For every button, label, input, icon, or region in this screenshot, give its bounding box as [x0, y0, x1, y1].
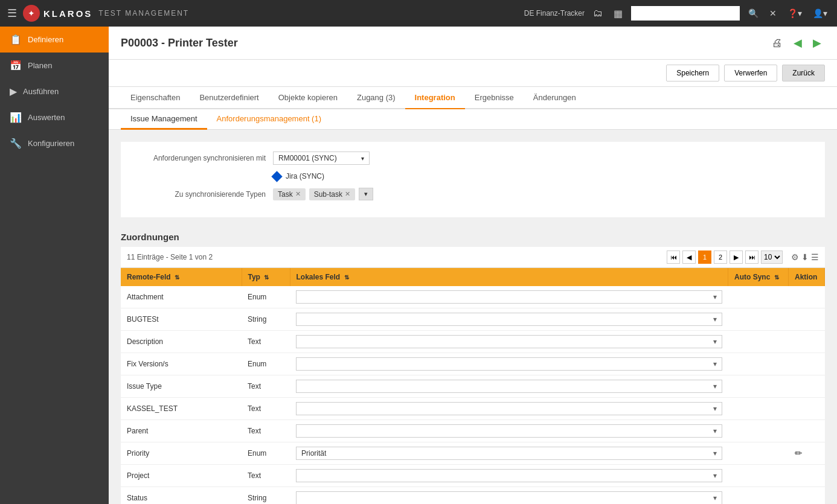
cell-remote: Status: [121, 487, 242, 505]
types-label: Zu synchronisierende Typen: [133, 190, 266, 199]
table-row: Fix Version/s Enum ▾: [121, 353, 825, 375]
tab-aenderungen[interactable]: Änderungen: [524, 87, 586, 109]
priority-dropdown[interactable]: Priorität ▾: [296, 447, 722, 460]
print-button[interactable]: 🖨: [768, 35, 786, 51]
types-dropdown-button[interactable]: ▾: [359, 188, 373, 200]
sub-tab-anforderungsmanagement[interactable]: Anforderungsmanagement (1): [207, 109, 331, 130]
cell-autosync: [728, 420, 789, 442]
sync-label: Anforderungen synchronisieren mit: [133, 154, 266, 162]
table-row: Issue Type Text ▾: [121, 375, 825, 398]
sidebar-item-planen[interactable]: 📅 Planen: [0, 53, 109, 78]
edit-icon[interactable]: ✏: [795, 448, 803, 458]
cell-autosync: [728, 331, 789, 353]
sidebar-item-definieren[interactable]: 📋 Definieren: [0, 27, 109, 53]
sub-tabs: Issue Management Anforderungsmanagement …: [109, 109, 837, 130]
konfigurieren-icon: 🔧: [10, 138, 22, 149]
col-autosync-label: Auto Sync: [734, 273, 770, 281]
page-size-select[interactable]: 10 25 50: [761, 250, 783, 264]
lokal-dropdown[interactable]: ▾: [296, 469, 722, 482]
tab-ergebnisse[interactable]: Ergebnisse: [465, 87, 524, 109]
next-record-button[interactable]: ▶: [809, 35, 825, 51]
page-next-button[interactable]: ▶: [730, 250, 743, 264]
cell-typ: Text: [242, 375, 290, 398]
sync-select[interactable]: RM00001 (SYNC) ▾: [273, 152, 370, 165]
sidebar-item-ausfuehren[interactable]: ▶ Ausführen: [0, 78, 109, 104]
col-typ-label: Typ: [248, 273, 260, 281]
main-content: P00003 - Printer Tester 🖨 ◀ ▶ Speichern …: [109, 27, 837, 504]
lokal-dropdown[interactable]: ▾: [296, 402, 722, 415]
zuordnungen-table: Remote-Feld ⇅ Typ ⇅ Lokales Feld ⇅: [121, 268, 825, 504]
tab-zugang[interactable]: Zugang (3): [347, 87, 405, 109]
cell-lokal: ▾: [290, 465, 728, 487]
cell-remote: KASSEL_TEST: [121, 398, 242, 420]
col-remote-feld[interactable]: Remote-Feld ⇅: [121, 268, 242, 286]
columns-icon[interactable]: ☰: [811, 252, 819, 262]
lokal-dropdown[interactable]: ▾: [296, 290, 722, 304]
cell-autosync: [728, 353, 789, 375]
dropdown-arrow-icon: ▾: [713, 471, 717, 480]
cell-aktion[interactable]: ✏: [789, 442, 825, 465]
menu-hamburger-icon[interactable]: ☰: [7, 7, 17, 20]
sidebar: 📋 Definieren 📅 Planen ▶ Ausführen 📊 Ausw…: [0, 27, 109, 504]
tag-task-remove[interactable]: ✕: [295, 190, 301, 198]
table-row: Attachment Enum ▾: [121, 286, 825, 308]
sort-lokal-icon: ⇅: [344, 274, 349, 281]
page-first-button[interactable]: ⏮: [667, 250, 680, 264]
auswerten-icon: 📊: [10, 112, 22, 123]
save-button-top[interactable]: Speichern: [666, 65, 719, 81]
discard-button-top[interactable]: Verwerfen: [724, 65, 777, 81]
sub-tab-issue-management[interactable]: Issue Management: [121, 109, 207, 130]
lokal-dropdown[interactable]: ▾: [296, 380, 722, 393]
cell-remote: Attachment: [121, 286, 242, 308]
search-input[interactable]: [631, 6, 740, 21]
lokal-dropdown[interactable]: ▾: [296, 424, 722, 438]
cell-lokal: ▾: [290, 308, 728, 331]
col-typ[interactable]: Typ ⇅: [242, 268, 290, 286]
tab-integration[interactable]: Integration: [405, 87, 465, 109]
cell-remote: Priority: [121, 442, 242, 465]
sidebar-item-auswerten[interactable]: 📊 Auswerten: [0, 104, 109, 130]
tag-subtask-remove[interactable]: ✕: [345, 190, 350, 198]
lokal-dropdown[interactable]: ▾: [296, 491, 722, 504]
sort-remote-icon: ⇅: [175, 274, 179, 281]
cell-aktion: [789, 465, 825, 487]
cell-lokal: ▾: [290, 420, 728, 442]
project-icon[interactable]: 🗂: [591, 5, 605, 21]
col-lokales-feld[interactable]: Lokales Feld ⇅: [290, 268, 728, 286]
dropdown-arrow-icon: ▾: [713, 427, 717, 435]
planen-icon: 📅: [10, 60, 22, 71]
layout-icon[interactable]: ▦: [611, 5, 625, 22]
lokal-dropdown[interactable]: ▾: [296, 313, 722, 326]
page-prev-button[interactable]: ◀: [682, 250, 696, 264]
back-button-top[interactable]: Zurück: [782, 65, 825, 81]
cell-lokal: ▾: [290, 353, 728, 375]
prev-record-button[interactable]: ◀: [790, 35, 806, 51]
tab-eigenschaften[interactable]: Eigenschaften: [121, 87, 190, 109]
cell-remote: Fix Version/s: [121, 353, 242, 375]
page-last-button[interactable]: ⏭: [745, 250, 758, 264]
page-2-button[interactable]: 2: [714, 250, 727, 264]
dropdown-arrow-icon: ▾: [713, 382, 717, 391]
filter-icon[interactable]: ⚙: [791, 252, 799, 262]
table-row: KASSEL_TEST Text ▾: [121, 398, 825, 420]
page-1-button[interactable]: 1: [698, 250, 711, 264]
help-button[interactable]: ❓▾: [785, 8, 804, 18]
cell-typ: Text: [242, 465, 290, 487]
page-header: P00003 - Printer Tester 🖨 ◀ ▶: [109, 27, 837, 60]
user-menu-button[interactable]: 👤▾: [810, 8, 830, 18]
col-auto-sync[interactable]: Auto Sync ⇅: [728, 268, 789, 286]
export-icon[interactable]: ⬇: [801, 252, 809, 262]
tab-objekte-kopieren[interactable]: Objekte kopieren: [269, 87, 347, 109]
clear-search-button[interactable]: ✕: [767, 8, 779, 18]
main-tabs: Eigenschaften Benutzerdefiniert Objekte …: [109, 87, 837, 109]
table-row: Status String ▾: [121, 487, 825, 505]
sidebar-item-konfigurieren[interactable]: 🔧 Konfigurieren: [0, 130, 109, 156]
search-button[interactable]: 🔍: [746, 8, 761, 18]
lokal-dropdown[interactable]: ▾: [296, 335, 722, 348]
cell-lokal: ▾: [290, 487, 728, 505]
lokal-dropdown[interactable]: ▾: [296, 357, 722, 371]
tab-benutzerdefiniert[interactable]: Benutzerdefiniert: [190, 87, 268, 109]
top-toolbar: Speichern Verwerfen Zurück: [109, 60, 837, 87]
cell-aktion: [789, 487, 825, 505]
definieren-icon: 📋: [10, 34, 22, 45]
